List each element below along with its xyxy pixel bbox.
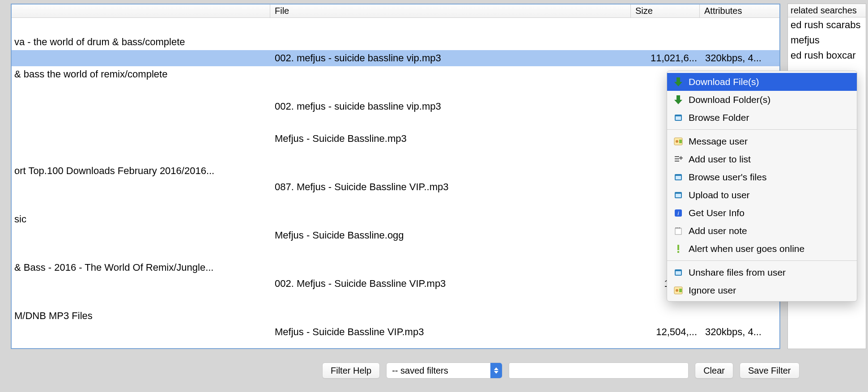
folder-path-cell: ort Top.100 Downloads February 2016/2016…: [12, 165, 270, 177]
related-searches-list: ed rush scarabsmefjused rush boxcar: [788, 17, 866, 63]
svg-rect-18: [679, 289, 682, 292]
table-header: File Size Attributes: [12, 4, 779, 18]
file-row[interactable]: 002. mefjus - suicide bassline vip.mp311…: [12, 98, 779, 115]
blank-row: [12, 82, 779, 98]
file-row[interactable]: 002. mefjus - suicide bassline vip.mp311…: [12, 50, 779, 66]
list-icon: [673, 154, 683, 164]
filter-bar: Filter Help -- saved filters Clear Save …: [0, 358, 868, 383]
header-size[interactable]: Size: [631, 4, 700, 17]
menu-upload-to-user[interactable]: Upload to user: [667, 186, 857, 204]
file-row[interactable]: 002. Mefjus - Suicide Bassline VIP.mp311…: [12, 276, 779, 292]
folder-row[interactable]: M/DNB MP3 Files: [12, 308, 779, 324]
user-icon: [673, 136, 683, 146]
menu-ignore-user[interactable]: Ignore user: [667, 281, 857, 299]
menu-label: Download Folder(s): [689, 94, 770, 105]
header-spacer[interactable]: [12, 4, 270, 17]
svg-rect-6: [676, 176, 681, 179]
menu-get-user-info[interactable]: i Get User Info: [667, 204, 857, 222]
menu-separator: [667, 260, 857, 261]
size-cell: 12,504,...: [631, 326, 700, 338]
menu-label: Browse Folder: [689, 112, 749, 123]
folder-icon: [673, 268, 683, 277]
related-search-item[interactable]: ed rush scarabs: [788, 17, 866, 33]
svg-rect-8: [676, 194, 681, 197]
file-name-cell: Mefjus - Suicide Bassline.ogg: [270, 230, 631, 241]
menu-label: Upload to user: [689, 190, 750, 200]
saved-filters-select[interactable]: -- saved filters: [386, 362, 502, 379]
menu-unshare[interactable]: Unshare files from user: [667, 264, 857, 281]
folder-path-cell: & Bass - 2016 - The World Of Remix/Jungl…: [12, 262, 270, 273]
folder-icon: [673, 113, 683, 123]
svg-rect-4: [679, 140, 682, 143]
blank-row: [12, 243, 779, 260]
file-row[interactable]: Mefjus - Suicide Bassline.ogg6,205,: [12, 227, 779, 243]
related-search-item[interactable]: mefjus: [788, 33, 866, 48]
file-name-cell: Mefjus - Suicide Bassline.mp3: [270, 133, 631, 145]
svg-rect-11: [675, 228, 681, 234]
file-name-cell: 002. Mefjus - Suicide Bassline VIP.mp3: [270, 278, 631, 290]
chevron-updown-icon: [490, 363, 502, 378]
folder-path-cell: sic: [12, 213, 270, 225]
svg-rect-15: [676, 271, 681, 275]
blank-row: [12, 115, 779, 131]
header-attributes[interactable]: Attributes: [700, 4, 779, 17]
folder-row[interactable]: & Bass - 2016 - The World Of Remix/Jungl…: [12, 260, 779, 276]
menu-label: Get User Info: [689, 208, 745, 218]
menu-label: Unshare files from user: [689, 267, 786, 278]
folder-icon: [673, 190, 683, 200]
blank-row: [12, 292, 779, 308]
related-search-item[interactable]: ed rush boxcar: [788, 48, 866, 63]
file-row[interactable]: 087. Mefjus - Suicide Bassline VIP..mp31…: [12, 179, 779, 195]
menu-label: Alert when user goes online: [689, 243, 804, 254]
menu-add-user-to-list[interactable]: Add user to list: [667, 150, 857, 168]
folder-path-cell: va - the world of drum & bass/complete: [12, 36, 270, 48]
svg-point-3: [676, 140, 678, 143]
menu-message-user[interactable]: Message user: [667, 132, 857, 150]
svg-rect-12: [677, 245, 679, 250]
attributes-cell: 320kbps, 4...: [700, 326, 779, 338]
menu-label: Message user: [689, 136, 748, 147]
blank-row: [12, 195, 779, 211]
related-searches-header[interactable]: related searches: [788, 4, 866, 17]
save-filter-button[interactable]: Save Filter: [740, 362, 800, 379]
folder-icon: [673, 172, 683, 182]
blank-row: [12, 147, 779, 163]
menu-label: Add user to list: [689, 154, 751, 165]
menu-alert-online[interactable]: Alert when user goes online: [667, 240, 857, 258]
file-name-cell: 002. mefjus - suicide bassline vip.mp3: [270, 101, 631, 112]
filter-input[interactable]: [509, 362, 689, 379]
file-name-cell: 002. mefjus - suicide bassline vip.mp3: [270, 52, 631, 64]
file-row[interactable]: Mefjus - Suicide Bassline.mp37,930,: [12, 131, 779, 147]
file-name-cell: 087. Mefjus - Suicide Bassline VIP..mp3: [270, 181, 631, 193]
user-icon: [673, 285, 683, 295]
menu-download-files[interactable]: Download File(s): [667, 73, 857, 91]
svg-point-17: [676, 289, 678, 292]
folder-row[interactable]: ort Top.100 Downloads February 2016/2016…: [12, 163, 779, 179]
clear-button[interactable]: Clear: [695, 362, 733, 379]
filter-help-button[interactable]: Filter Help: [322, 362, 380, 379]
svg-rect-13: [677, 251, 679, 253]
menu-separator: [667, 129, 857, 130]
header-file[interactable]: File: [270, 4, 631, 17]
context-menu: Download File(s) Download Folder(s) Brow…: [667, 71, 857, 302]
arrow-down-icon: [673, 95, 683, 105]
menu-browse-users-files[interactable]: Browse user's files: [667, 168, 857, 186]
menu-add-user-note[interactable]: Add user note: [667, 222, 857, 240]
menu-browse-folder[interactable]: Browse Folder: [667, 109, 857, 127]
folder-row[interactable]: & bass the world of remix/complete: [12, 66, 779, 82]
svg-rect-1: [676, 116, 681, 120]
results-panel: File Size Attributes va - the world of d…: [11, 4, 780, 349]
menu-label: Add user note: [689, 226, 747, 236]
arrow-down-icon: [673, 77, 683, 87]
note-icon: [673, 226, 683, 236]
menu-download-folders[interactable]: Download Folder(s): [667, 91, 857, 109]
attributes-cell: 320kbps, 4...: [700, 52, 779, 64]
file-row[interactable]: Mefjus - Suicide Bassline VIP.mp312,504,…: [12, 324, 779, 340]
folder-path-cell: & bass the world of remix/complete: [12, 68, 270, 80]
folder-row[interactable]: va - the world of drum & bass/complete: [12, 34, 779, 50]
blank-row: [12, 18, 779, 34]
alert-icon: [673, 244, 683, 254]
folder-row[interactable]: sic: [12, 211, 779, 227]
file-name-cell: Mefjus - Suicide Bassline VIP.mp3: [270, 326, 631, 338]
info-icon: i: [673, 208, 683, 218]
